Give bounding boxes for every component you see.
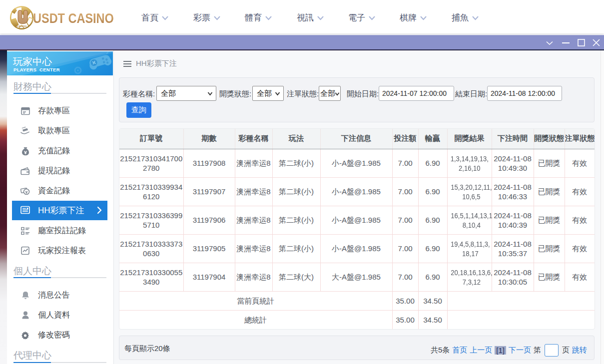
svg-text:Casino: Casino <box>16 24 26 27</box>
